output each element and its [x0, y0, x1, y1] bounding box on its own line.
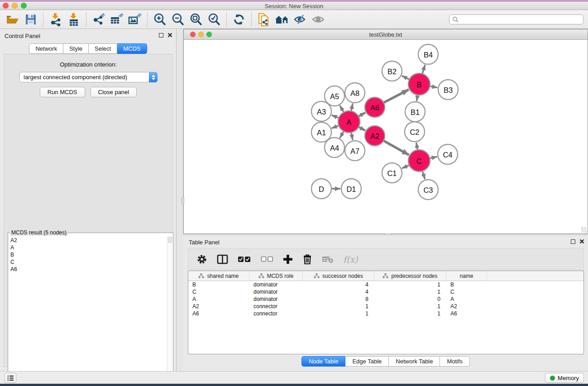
- column-header-mcds-role[interactable]: MCDS role: [249, 271, 303, 281]
- export-image-icon: [128, 13, 142, 26]
- graph-node[interactable]: B4: [418, 44, 438, 64]
- zoom-fit-button[interactable]: [187, 12, 205, 27]
- result-scrollbar[interactable]: [167, 237, 172, 385]
- close-panel-icon[interactable]: [167, 33, 172, 38]
- graph-node[interactable]: A4: [325, 138, 344, 157]
- show-all-networks-button[interactable]: [273, 12, 291, 27]
- function-builder-button[interactable]: f(x): [343, 254, 358, 264]
- import-table-button[interactable]: [65, 12, 83, 27]
- node-table[interactable]: shared name MCDS role successor nodes pr…: [188, 271, 584, 354]
- tab-network-table[interactable]: Network Table: [389, 356, 440, 367]
- select-all-columns-button[interactable]: [238, 256, 251, 263]
- graph-node[interactable]: A2: [365, 126, 385, 146]
- delete-table-button[interactable]: [322, 255, 334, 263]
- hide-labels-button[interactable]: [291, 12, 309, 27]
- deselect-all-columns-button[interactable]: [261, 256, 273, 262]
- graph-node[interactable]: C4: [438, 144, 458, 164]
- clone-network-button[interactable]: [255, 12, 273, 27]
- graph-node[interactable]: A3: [311, 101, 331, 121]
- graph-edge: [417, 95, 418, 101]
- optimization-criterion-select[interactable]: largest connected component (directed): [19, 72, 158, 82]
- window-titlebar[interactable]: Session: New Session: [0, 2, 588, 10]
- column-header-shared-name[interactable]: shared name: [188, 271, 249, 281]
- tab-network[interactable]: Network: [29, 43, 63, 54]
- column-header-name[interactable]: name: [446, 271, 487, 281]
- graph-node[interactable]: B3: [438, 80, 458, 100]
- column-header-successor-nodes[interactable]: successor nodes: [303, 271, 374, 281]
- window-resize-grip[interactable]: [581, 227, 587, 233]
- export-network-button[interactable]: [90, 12, 108, 27]
- graph-node[interactable]: A: [338, 111, 360, 133]
- memory-button[interactable]: Memory: [545, 373, 584, 383]
- mcds-result-group: MCDS result (5 nodes) A2 A B C A6: [8, 233, 173, 386]
- list-item[interactable]: C: [9, 258, 167, 266]
- graph-node-label: B2: [387, 67, 397, 76]
- export-table-button[interactable]: [108, 12, 126, 27]
- float-panel-icon[interactable]: [159, 33, 163, 38]
- tab-node-table[interactable]: Node Table: [301, 356, 346, 367]
- zoom-selected-button[interactable]: [205, 12, 223, 27]
- table-row[interactable]: Cdominator41C: [188, 288, 583, 295]
- graph-node-label: A7: [350, 147, 359, 155]
- list-item[interactable]: B: [9, 251, 167, 258]
- column-header-predecessor-nodes[interactable]: predecessor nodes: [374, 271, 446, 281]
- network-window-titlebar[interactable]: testGlobe.txt: [184, 29, 588, 40]
- hierarchy-icon: [258, 273, 264, 278]
- refresh-layout-button[interactable]: [230, 12, 248, 27]
- list-item[interactable]: A6: [9, 266, 167, 273]
- divider-collapse-handle[interactable]: [182, 197, 184, 204]
- graph-node[interactable]: C2: [405, 122, 425, 142]
- graph-node[interactable]: A8: [345, 83, 365, 103]
- table-row[interactable]: Adominator80A: [188, 295, 583, 303]
- save-session-button[interactable]: [22, 12, 40, 27]
- select-stepper-icon: [149, 72, 158, 82]
- graph-edge: [332, 115, 339, 118]
- list-item[interactable]: A: [9, 244, 167, 251]
- close-panel-button[interactable]: Close panel: [91, 87, 137, 97]
- tab-style[interactable]: Style: [63, 43, 89, 54]
- export-image-button[interactable]: [126, 12, 144, 27]
- import-network-button[interactable]: [47, 12, 65, 27]
- graph-node[interactable]: A7: [345, 141, 365, 161]
- table-settings-button[interactable]: [196, 254, 207, 265]
- tab-select[interactable]: Select: [89, 43, 117, 54]
- create-column-button[interactable]: [283, 254, 293, 264]
- zoom-out-button[interactable]: [169, 12, 187, 27]
- graph-node[interactable]: B1: [405, 102, 425, 122]
- table-row[interactable]: A6connector11A6: [188, 310, 583, 317]
- graph-node[interactable]: C: [408, 150, 430, 172]
- network-canvas[interactable]: B4B2BB3A5A8A6A3B1AA1C2A2A4A7C4CC1C3DD1: [184, 40, 588, 234]
- float-panel-icon[interactable]: [571, 239, 575, 244]
- export-network-icon: [92, 13, 105, 26]
- table-row[interactable]: Bdominator41B: [188, 281, 583, 288]
- search-input[interactable]: [459, 15, 580, 24]
- tab-edge-table[interactable]: Edge Table: [345, 356, 389, 367]
- graph-node[interactable]: C1: [382, 163, 402, 183]
- search-field[interactable]: [449, 14, 583, 24]
- tab-mcds[interactable]: MCDS: [117, 43, 147, 54]
- run-mcds-button[interactable]: Run MCDS: [40, 87, 85, 97]
- graph-edge: [430, 86, 438, 88]
- tab-motifs[interactable]: Motifs: [440, 356, 470, 367]
- table-row[interactable]: A2connector11A2: [188, 303, 583, 310]
- open-file-button[interactable]: [4, 12, 22, 27]
- fx-icon: f(x): [343, 254, 358, 264]
- close-panel-icon[interactable]: [579, 239, 584, 244]
- graph-node[interactable]: B2: [382, 61, 402, 81]
- mcds-result-list[interactable]: A2 A B C A6: [9, 237, 167, 385]
- graph-edge: [402, 165, 409, 168]
- show-column-panel-button[interactable]: [217, 254, 228, 265]
- graph-node[interactable]: D1: [341, 179, 361, 199]
- graph-node[interactable]: B: [408, 73, 430, 95]
- delete-column-button[interactable]: [302, 254, 312, 265]
- list-item[interactable]: A2: [9, 237, 167, 244]
- graph-node-label: C2: [410, 128, 419, 136]
- search-icon: [452, 16, 459, 23]
- graph-node[interactable]: C3: [418, 180, 438, 200]
- show-graphics-details-button[interactable]: [309, 12, 327, 27]
- graph-node[interactable]: A6: [365, 97, 385, 117]
- network-view-window[interactable]: testGlobe.txt B4B2BB3A5A8A6A3B1AA1C2A2A4…: [183, 29, 588, 234]
- graph-node[interactable]: D: [311, 179, 331, 199]
- zoom-in-button[interactable]: [151, 12, 169, 27]
- task-history-button[interactable]: [5, 373, 16, 383]
